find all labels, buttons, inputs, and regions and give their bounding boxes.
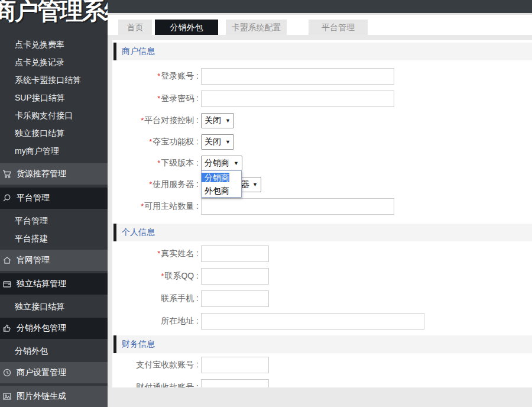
sidebar-group-label: 图片外链生成 — [17, 391, 66, 402]
sidebar-item-system-kameng-api-settlement[interactable]: 系统卡盟接口结算 — [0, 71, 108, 89]
sidebar-item-sup-api-settlement[interactable]: SUP接口结算 — [0, 89, 108, 106]
sidebar-item-kalegou-payment-api[interactable]: 卡乐购支付接口 — [0, 106, 108, 124]
tab-strip: 首页 分销外包 卡盟系统配置 平台管理 — [108, 13, 532, 35]
form-row-contact-qq: *联系QQ : — [112, 268, 532, 285]
form-row-address: 所在地址 : — [112, 313, 532, 330]
tab-platform-management[interactable]: 平台管理 — [309, 20, 368, 35]
section-title: 个人信息 — [122, 227, 155, 238]
home-icon — [2, 256, 15, 265]
sidebar-group-label: 货源推荐管理 — [17, 169, 66, 179]
dropdown-option-distributor[interactable]: 分销商 — [202, 173, 229, 182]
select-value: 关闭 — [205, 137, 221, 147]
field-label: 夺宝功能权 : — [153, 137, 199, 146]
tab-home[interactable]: 首页 — [118, 20, 152, 35]
field-label: 真实姓名 : — [161, 248, 199, 258]
top-bar — [108, 0, 532, 13]
platform-docking-select[interactable]: 关闭 ▼ — [201, 113, 234, 128]
sidebar-group-label: 独立结算管理 — [17, 279, 66, 289]
sidebar-group-label: 分销外包管理 — [17, 323, 66, 334]
field-label: 联系手机 : — [161, 293, 199, 303]
chevron-down-icon: ▼ — [225, 139, 231, 145]
field-label: 联系QQ : — [164, 271, 199, 280]
required-marker: * — [149, 137, 152, 146]
sidebar-item-independent-api-settlement-sub[interactable]: 独立接口结算 — [0, 298, 108, 315]
required-marker: * — [157, 159, 160, 167]
clock-icon — [2, 368, 15, 377]
sidebar-item-my-merchant-management[interactable]: my商户管理 — [0, 142, 108, 160]
field-label: 下级版本 : — [161, 158, 199, 167]
dropdown-option-outsourcer[interactable]: 外包商 — [202, 186, 229, 195]
chevron-down-icon: ▼ — [233, 160, 239, 166]
sidebar-group-label: 商户设置管理 — [17, 367, 66, 378]
tenpay-account-input[interactable] — [201, 379, 269, 387]
form-row-login-password: *登录密码 : — [112, 91, 532, 107]
form-panel: 商户信息 *登录账号 : *登录密码 : *平台对接控制 : 关闭 ▼ — [112, 40, 532, 387]
sidebar-group-distribution-outsourcing[interactable]: 分销外包管理 — [0, 318, 108, 339]
contact-phone-input[interactable] — [201, 290, 269, 307]
sidebar-item-independent-api-settlement[interactable]: 独立接口结算 — [0, 124, 108, 142]
address-input[interactable] — [201, 313, 424, 330]
section-accent-bar — [113, 43, 116, 60]
sidebar-group-platform-management[interactable]: 平台管理 — [0, 188, 108, 209]
login-password-input[interactable] — [201, 91, 394, 107]
treasure-function-select[interactable]: 关闭 ▼ — [201, 134, 234, 150]
cart-icon — [2, 169, 15, 179]
chevron-down-icon: ▼ — [225, 118, 231, 124]
sidebar-group-official-site[interactable]: 官网管理 — [0, 250, 108, 271]
content-area: 商户信息 *登录账号 : *登录密码 : *平台对接控制 : 关闭 ▼ — [108, 35, 532, 407]
select-value: 分销商 — [205, 158, 229, 169]
required-marker: * — [149, 180, 152, 189]
form-row-platform-docking-control: *平台对接控制 : 关闭 ▼ — [112, 113, 532, 128]
form-row-login-account: *登录账号 : — [112, 68, 532, 85]
form-row-sub-version: *下级版本 : 分销商 ▼ 分销商 外包商 — [112, 156, 532, 171]
alipay-account-input[interactable] — [201, 357, 269, 373]
contact-qq-input[interactable] — [201, 268, 269, 285]
field-label: 可用主站数量 : — [144, 201, 199, 211]
sidebar-item-distribution-outsourcing[interactable]: 分销外包 — [0, 342, 108, 360]
sidebar-item-platform-management[interactable]: 平台管理 — [0, 212, 108, 230]
image-icon — [2, 392, 15, 401]
sidebar-group-independent-settlement[interactable]: 独立结算管理 — [0, 273, 108, 295]
search-icon — [2, 193, 15, 203]
section-title: 商户信息 — [122, 46, 155, 57]
form-row-tenpay-account: 财付通收款账号 : — [112, 379, 532, 387]
form-row-available-main-sites: *可用主站数量 : — [112, 198, 532, 215]
sub-version-dropdown-list: 分销商 外包商 — [201, 170, 242, 198]
login-account-input[interactable] — [201, 68, 394, 85]
thumbs-up-icon — [2, 324, 15, 333]
sub-version-select[interactable]: 分销商 ▼ — [201, 156, 242, 171]
form-row-treasure-function: *夺宝功能权 : 关闭 ▼ — [112, 134, 532, 150]
sidebar: 商户管理系统 点卡兑换费率 点卡兑换记录 系统卡盟接口结算 SUP接口结算 卡乐… — [0, 0, 108, 407]
sidebar-group-image-link-generator[interactable]: 图片外链生成 — [0, 386, 108, 407]
real-name-input[interactable] — [201, 246, 269, 262]
field-label: 支付宝收款账号 : — [136, 360, 199, 369]
field-label: 登录账号 : — [161, 71, 199, 80]
required-marker: * — [141, 202, 144, 211]
sidebar-item-card-exchange-records[interactable]: 点卡兑换记录 — [0, 53, 108, 71]
field-label: 财付通收款账号 : — [136, 382, 199, 387]
sidebar-group-label: 平台管理 — [17, 193, 50, 204]
required-marker: * — [157, 72, 160, 80]
sidebar-group-label: 官网管理 — [17, 255, 50, 266]
section-header-merchant-info: 商户信息 — [112, 43, 532, 60]
available-main-sites-input[interactable] — [201, 198, 394, 215]
section-title: 财务信息 — [122, 339, 155, 350]
sidebar-item-platform-setup[interactable]: 平台搭建 — [0, 230, 108, 247]
sidebar-item-card-exchange-rate[interactable]: 点卡兑换费率 — [0, 35, 108, 53]
field-label: 登录密码 : — [161, 93, 199, 103]
field-label: 使用服务器 : — [153, 179, 199, 189]
section-header-personal-info: 个人信息 — [112, 224, 532, 241]
main-area: 首页 分销外包 卡盟系统配置 平台管理 商户信息 *登录账号 : *登录密码 : — [108, 0, 532, 407]
form-row-server-in-use: *使用服务器 : 服务器 ▼ — [112, 177, 532, 192]
sidebar-nav: 点卡兑换费率 点卡兑换记录 系统卡盟接口结算 SUP接口结算 卡乐购支付接口 独… — [0, 35, 108, 407]
form-row-alipay-account: 支付宝收款账号 : — [112, 357, 532, 373]
field-label: 所在地址 : — [161, 316, 199, 325]
section-accent-bar — [113, 335, 116, 353]
required-marker: * — [141, 116, 144, 125]
required-marker: * — [157, 249, 160, 258]
tab-kameng-system-config[interactable]: 卡盟系统配置 — [226, 20, 287, 35]
sidebar-group-supply-recommend[interactable]: 货源推荐管理 — [0, 163, 108, 185]
tab-distribution-outsourcing[interactable]: 分销外包 — [155, 20, 218, 35]
chevron-down-icon: ▼ — [252, 182, 258, 188]
sidebar-group-merchant-settings[interactable]: 商户设置管理 — [0, 362, 108, 383]
